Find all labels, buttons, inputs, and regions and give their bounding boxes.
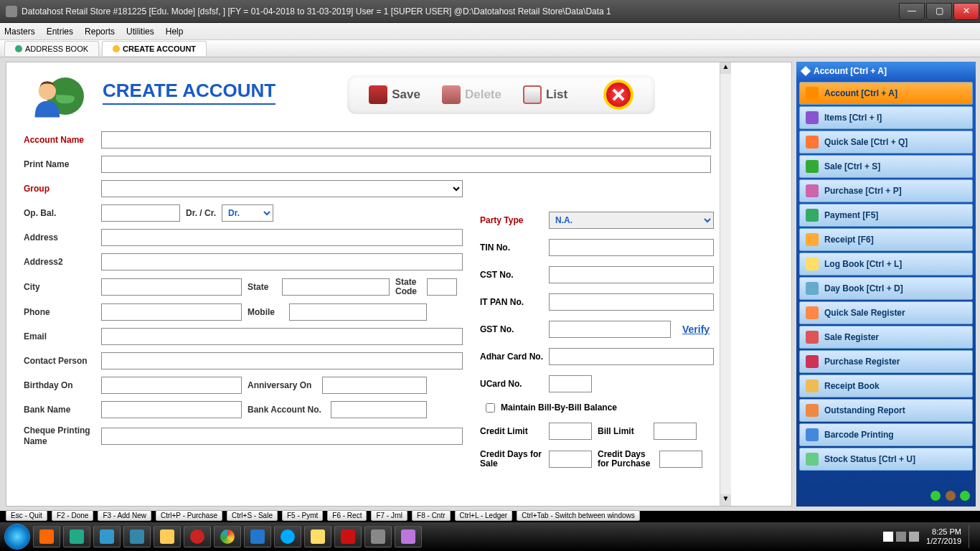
tin-input[interactable]: [549, 239, 714, 256]
op-bal-input[interactable]: [101, 204, 180, 222]
taskbar-app2[interactable]: [123, 526, 151, 547]
taskbar: 8:25 PM 1/27/2019: [0, 522, 980, 551]
sidebar-item-3[interactable]: Sale [Ctrl + S]: [799, 155, 973, 178]
label-ucard: UCard No.: [480, 379, 543, 389]
sidebar-item-icon: [806, 160, 819, 173]
label-itpan: IT PAN No.: [480, 297, 543, 307]
credit-days-sale-input[interactable]: [549, 451, 592, 468]
sidebar-item-4[interactable]: Purchase [Ctrl + P]: [799, 179, 973, 202]
label-credit-limit: Credit Limit: [480, 426, 543, 436]
group-select[interactable]: [101, 180, 463, 197]
credit-limit-input[interactable]: [549, 423, 592, 440]
list-button[interactable]: List: [523, 85, 567, 104]
sidebar-item-15[interactable]: Stock Status [Ctrl + U]: [799, 448, 973, 471]
contact-person-input[interactable]: [101, 352, 463, 369]
nav-home-icon[interactable]: [946, 491, 956, 501]
nav-back-icon[interactable]: [930, 491, 941, 501]
tab-label: CREATE ACCOUNT: [123, 44, 196, 53]
menu-help[interactable]: Help: [166, 27, 184, 37]
taskbar-word[interactable]: [244, 526, 271, 547]
tray-network-icon[interactable]: [896, 532, 906, 542]
close-button[interactable]: ✕: [953, 3, 979, 20]
sidebar-item-13[interactable]: Outstanding Report: [799, 399, 973, 422]
taskbar-notes[interactable]: [304, 526, 331, 547]
taskbar-acrobat[interactable]: [334, 526, 362, 547]
bank-name-input[interactable]: [101, 401, 242, 418]
cheque-name-input[interactable]: [101, 428, 463, 445]
menu-entries[interactable]: Entries: [47, 27, 73, 37]
adhar-input[interactable]: [549, 348, 714, 365]
address2-input[interactable]: [101, 253, 463, 270]
sidebar-item-14[interactable]: Barcode Printing: [799, 423, 973, 446]
sidebar-item-6[interactable]: Receipt [F6]: [799, 228, 973, 251]
tab-label: ADDRESS BOOK: [25, 44, 88, 53]
label-gst: GST No.: [480, 324, 543, 334]
taskbar-paint[interactable]: [395, 526, 422, 547]
minimize-button[interactable]: —: [899, 3, 925, 20]
menu-masters[interactable]: Masters: [4, 27, 35, 37]
anniversary-input[interactable]: [322, 377, 427, 394]
menu-reports[interactable]: Reports: [85, 27, 115, 37]
system-tray[interactable]: [883, 532, 919, 542]
tray-flag-icon[interactable]: [883, 532, 893, 542]
taskbar-skype[interactable]: [274, 526, 301, 547]
cst-input[interactable]: [549, 266, 714, 283]
sidebar-item-10[interactable]: Sale Register: [799, 326, 973, 349]
email-input[interactable]: [101, 328, 463, 345]
label-contact-person: Contact Person: [24, 356, 95, 366]
start-button[interactable]: [4, 524, 30, 550]
scrollbar[interactable]: ▲ ▼: [720, 62, 731, 506]
gst-input[interactable]: [549, 321, 671, 338]
ucard-input[interactable]: [549, 375, 592, 392]
menu-utilities[interactable]: Utilities: [126, 27, 154, 37]
sidebar-item-7[interactable]: Log Book [Ctrl + L]: [799, 253, 973, 276]
itpan-input[interactable]: [549, 293, 714, 311]
bill-limit-input[interactable]: [654, 423, 697, 440]
taskbar-vlc[interactable]: [33, 526, 60, 547]
side-panel-footer: [796, 488, 976, 507]
taskbar-ie[interactable]: [93, 526, 121, 547]
maintain-bbb-checkbox[interactable]: [486, 403, 495, 413]
sidebar-item-2[interactable]: Quick Sale [Ctrl + Q]: [799, 131, 973, 154]
tab-create-account[interactable]: CREATE ACCOUNT: [102, 41, 207, 56]
taskbar-app1[interactable]: [63, 526, 90, 547]
tab-address-book[interactable]: ADDRESS BOOK: [4, 41, 99, 56]
label-email: Email: [24, 331, 95, 342]
sidebar-item-1[interactable]: Items [Ctrl + I]: [799, 106, 973, 129]
drcr-select[interactable]: Dr.: [222, 204, 273, 222]
sidebar-item-11[interactable]: Purchase Register: [799, 350, 973, 373]
sidebar-item-9[interactable]: Quick Sale Register: [799, 301, 973, 324]
fkey-hints: Esc - QuitF2 - DoneF3 - Add NewCtrl+P - …: [6, 510, 640, 521]
save-button[interactable]: Save: [369, 85, 420, 104]
close-form-button[interactable]: [603, 80, 633, 110]
sidebar-item-8[interactable]: Day Book [Ctrl + D]: [799, 277, 973, 300]
sidebar-item-12[interactable]: Receipt Book: [799, 375, 973, 397]
taskbar-app3[interactable]: [364, 526, 392, 547]
scroll-up-icon[interactable]: ▲: [720, 62, 731, 74]
taskbar-explorer[interactable]: [154, 526, 181, 547]
phone-input[interactable]: [101, 303, 242, 321]
tray-volume-icon[interactable]: [909, 532, 919, 542]
taskbar-chrome[interactable]: [214, 526, 241, 547]
taskbar-clock[interactable]: 8:25 PM 1/27/2019: [926, 527, 961, 546]
maximize-button[interactable]: ▢: [926, 3, 952, 20]
credit-days-purchase-input[interactable]: [659, 451, 702, 468]
delete-button[interactable]: Delete: [442, 85, 501, 104]
party-type-select[interactable]: N.A.: [549, 212, 714, 229]
show-desktop-button[interactable]: [969, 525, 976, 548]
birthday-input[interactable]: [101, 377, 242, 394]
scroll-down-icon[interactable]: ▼: [720, 494, 731, 506]
bank-account-no-input[interactable]: [331, 401, 427, 418]
state-code-input[interactable]: [427, 278, 457, 296]
mobile-input[interactable]: [289, 303, 427, 321]
state-input[interactable]: [282, 278, 390, 296]
taskbar-opera[interactable]: [184, 526, 211, 547]
sidebar-item-0[interactable]: Account [Ctrl + A]: [799, 82, 973, 105]
sidebar-item-5[interactable]: Payment [F5]: [799, 204, 973, 227]
sidebar-item-icon: [806, 233, 819, 246]
city-input[interactable]: [101, 278, 242, 296]
fkey-hint-2: F3 - Add New: [98, 510, 151, 521]
nav-fwd-icon[interactable]: [960, 491, 970, 501]
address-input[interactable]: [101, 229, 463, 246]
verify-link[interactable]: Verify: [682, 324, 710, 335]
